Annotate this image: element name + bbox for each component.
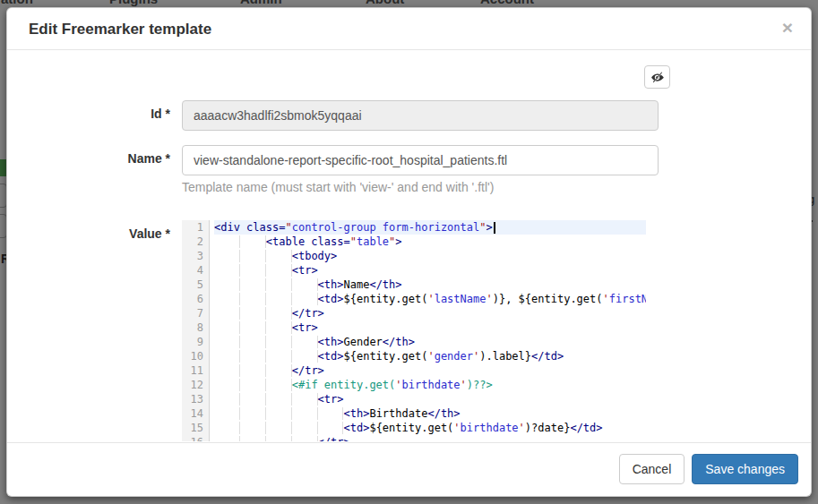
line-number: 16 [182, 435, 209, 441]
line-number: 4 [182, 263, 209, 278]
editor-gutter: 12345678910111213141516 [182, 220, 210, 441]
line-number: 3 [182, 249, 209, 263]
preview-toggle-button[interactable] [644, 65, 670, 89]
line-number: 10 [182, 349, 209, 363]
modal-footer: Cancel Save changes [7, 442, 811, 496]
modal-title: Edit Freemarker template [29, 21, 211, 38]
code-line: <th>Gender</th> [214, 335, 646, 349]
line-number: 13 [182, 392, 209, 406]
code-line: <th>Birthdate</th> [214, 406, 646, 421]
id-label: Id * [29, 100, 182, 131]
code-line: <#if entity.get('birthdate')??> [214, 378, 646, 392]
eye-slash-icon [650, 71, 664, 84]
line-number: 6 [182, 292, 209, 306]
line-number: 11 [182, 363, 209, 378]
line-number: 8 [182, 320, 209, 335]
text-cursor [494, 222, 495, 234]
line-number: 1 [182, 220, 209, 235]
code-line: </tr> [214, 363, 646, 378]
code-line: <td>${entity.get('birthdate')?date}</td> [214, 421, 646, 435]
save-changes-button[interactable]: Save changes [692, 454, 798, 484]
cancel-button[interactable]: Cancel [619, 454, 685, 484]
code-line: <tr> [214, 263, 646, 278]
line-number: 2 [182, 235, 209, 249]
line-number: 5 [182, 278, 209, 292]
line-number: 7 [182, 306, 209, 320]
code-editor[interactable]: 12345678910111213141516 <div class="cont… [182, 220, 646, 441]
line-number: 12 [182, 378, 209, 392]
code-line: <td>${entity.get('lastName')}, ${entity.… [214, 292, 646, 306]
name-help-text: Template name (must start with 'view-' a… [182, 180, 670, 194]
code-line: <tbody> [214, 249, 646, 263]
modal-header: Edit Freemarker template × [7, 8, 811, 50]
id-input[interactable] [182, 100, 659, 131]
name-input[interactable] [182, 145, 659, 175]
modal-body: Id * Name * Template name (must start wi… [7, 50, 811, 442]
line-number: 14 [182, 406, 209, 421]
line-number: 9 [182, 335, 209, 349]
name-label: Name * [29, 145, 182, 194]
code-line: </tr> [214, 435, 646, 441]
close-icon[interactable]: × [782, 21, 793, 35]
line-number: 15 [182, 421, 209, 435]
editor-code[interactable]: <div class="control-group form-horizonta… [211, 220, 646, 441]
edit-freemarker-template-dialog: Edit Freemarker template × I [6, 7, 812, 497]
value-label: Value * [29, 220, 182, 441]
code-line: <th>Name</th> [214, 278, 646, 292]
code-line: <div class="control-group form-horizonta… [214, 220, 646, 235]
code-line: <table class="table"> [214, 235, 646, 249]
code-line: <tr> [214, 320, 646, 335]
code-line: <tr> [214, 392, 646, 406]
code-line: <td>${entity.get('gender').label}</td> [214, 349, 646, 363]
code-line: </tr> [214, 306, 646, 320]
